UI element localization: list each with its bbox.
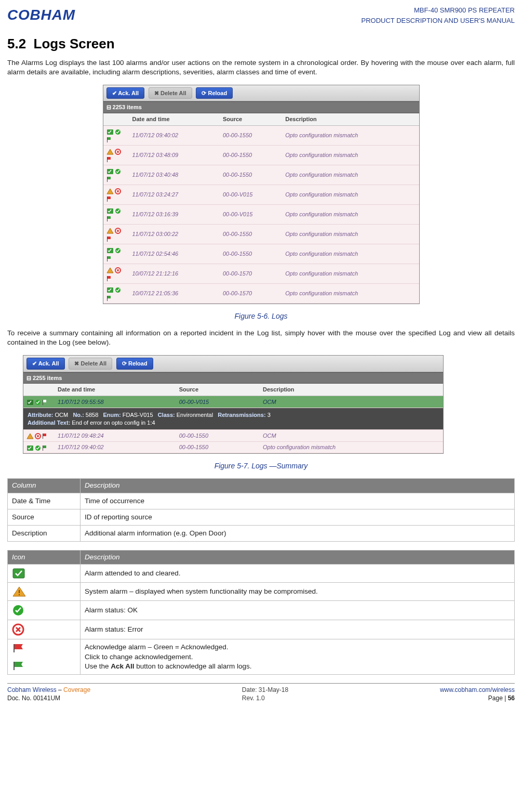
flag-green-icon bbox=[42, 444, 47, 452]
attended-cleared-icon bbox=[106, 167, 114, 175]
ack-all-button[interactable]: ✔ Ack. All bbox=[26, 358, 65, 370]
flag-green-icon bbox=[42, 398, 47, 406]
svg-rect-27 bbox=[43, 434, 43, 439]
flag-green-icon bbox=[106, 254, 112, 262]
status-ok-icon bbox=[35, 444, 41, 452]
flag-green-icon bbox=[106, 294, 112, 302]
status-error-icon bbox=[115, 148, 121, 155]
status-error-icon bbox=[115, 227, 121, 234]
table-row[interactable]: 11/07/12 02:54:4600-00-1550Opto configur… bbox=[103, 244, 419, 264]
svg-rect-17 bbox=[107, 256, 108, 261]
status-error-icon bbox=[115, 187, 121, 195]
flag-red-icon bbox=[106, 155, 112, 163]
system-alarm-icon bbox=[106, 148, 114, 155]
footer-page-number: 56 bbox=[508, 695, 515, 702]
figure-2-wrap: ✔ Ack. All ✖ Delete All ⟳ Reload ⊟ 2255 … bbox=[23, 355, 515, 454]
doc-title-line2: PRODUCT DESCRIPTION AND USER'S MANUAL bbox=[361, 16, 515, 26]
table-row: Alarm status: Error bbox=[8, 620, 515, 639]
reload-button[interactable]: ⟳ Reload bbox=[116, 358, 153, 370]
col-source-2: Source bbox=[176, 384, 260, 396]
table-row[interactable]: 10/07/12 21:12:1600-00-1570Opto configur… bbox=[103, 264, 419, 284]
table-row[interactable]: 11/07/12 09:48:2400-00-1550OCM bbox=[23, 430, 443, 442]
reload-button[interactable]: ⟳ Reload bbox=[196, 87, 233, 99]
flag-red-icon bbox=[106, 234, 112, 242]
table-row[interactable]: 11/07/12 03:16:3900-00-V015Opto configur… bbox=[103, 205, 419, 225]
screenshot-logs-summary: ✔ Ack. All ✖ Delete All ⟳ Reload ⊟ 2255 … bbox=[23, 355, 444, 454]
section-paragraph-1: The Alarms Log displays the last 100 ala… bbox=[7, 58, 515, 77]
table-row: Alarm status: OK bbox=[8, 601, 515, 620]
svg-rect-22 bbox=[107, 296, 108, 301]
svg-rect-25 bbox=[43, 400, 43, 405]
col-description: Description bbox=[282, 113, 419, 125]
footer-coverage: Coverage bbox=[63, 686, 90, 693]
header-column: Column bbox=[8, 479, 81, 493]
system-alarm-icon bbox=[106, 227, 114, 234]
item-count-bar: ⊟ 2253 items bbox=[103, 101, 419, 113]
table-row[interactable]: 10/07/12 21:05:3600-00-1570Opto configur… bbox=[103, 284, 419, 304]
status-ok-icon bbox=[115, 167, 121, 175]
delete-all-button[interactable]: ✖ Delete All bbox=[69, 358, 112, 370]
detail-tooltip-row: Attribute: OCM No.: 5858 Enum: FDAS-V015… bbox=[23, 408, 443, 430]
table-header-row: Column Description bbox=[8, 479, 515, 493]
system-alarm-icon bbox=[106, 187, 114, 195]
status-ok-icon bbox=[35, 398, 41, 406]
attended-cleared-icon bbox=[26, 444, 34, 452]
col-source: Source bbox=[220, 113, 282, 125]
header-description: Description bbox=[81, 551, 515, 565]
attended-cleared-icon bbox=[106, 286, 114, 294]
flag-red-icon bbox=[12, 643, 25, 653]
flag-green-icon bbox=[12, 661, 25, 671]
screenshot-toolbar: ✔ Ack. All ✖ Delete All ⟳ Reload bbox=[103, 85, 419, 102]
brand-logo: COBHAM bbox=[7, 5, 75, 25]
footer-docno: Doc. No. 00141UM bbox=[7, 695, 60, 702]
footer-left: Cobham Wireless – Coverage Doc. No. 0014… bbox=[7, 686, 90, 702]
col-description-2: Description bbox=[260, 384, 443, 396]
icon-description-table: Icon Description Alarm attended to and c… bbox=[7, 550, 515, 675]
system-alarm-icon bbox=[106, 266, 114, 274]
footer-date: Date: 31-May-18 bbox=[242, 686, 288, 693]
section-number: 5.2 bbox=[7, 36, 26, 51]
table-row-selected[interactable]: 11/07/12 09:55:58 00-00-V015 OCM bbox=[23, 396, 443, 408]
attended-cleared-icon bbox=[26, 398, 34, 406]
footer-link[interactable]: www.cobham.com/wireless bbox=[440, 686, 515, 693]
svg-rect-30 bbox=[43, 446, 43, 451]
flag-red-icon bbox=[106, 195, 112, 203]
svg-rect-12 bbox=[107, 216, 108, 221]
svg-rect-33 bbox=[19, 594, 20, 595]
section-paragraph-2: To receive a summary containing all info… bbox=[7, 329, 515, 347]
attended-cleared-icon bbox=[12, 568, 26, 579]
table-row[interactable]: 11/07/12 09:40:0200-00-1550Opto configur… bbox=[23, 441, 443, 453]
table-row: SourceID of reporting source bbox=[8, 509, 515, 525]
column-description-table: Column Description Date & TimeTime of oc… bbox=[7, 478, 515, 542]
log-table-2: Date and time Source Description 11/07/1… bbox=[23, 384, 443, 453]
section-title: Logs Screen bbox=[34, 36, 115, 51]
attended-cleared-icon bbox=[106, 128, 114, 136]
system-alarm-icon bbox=[26, 432, 34, 440]
ack-desc-line2: Click to change acknowledgement. bbox=[85, 652, 510, 662]
screenshot2-toolbar: ✔ Ack. All ✖ Delete All ⟳ Reload bbox=[23, 356, 443, 372]
log-table-2-header: Date and time Source Description bbox=[23, 384, 443, 396]
section-heading: 5.2 Logs Screen bbox=[7, 35, 515, 53]
ack-desc-line3: Use the Ack All button to acknowledge al… bbox=[85, 662, 510, 671]
delete-all-button[interactable]: ✖ Delete All bbox=[149, 87, 192, 99]
svg-rect-2 bbox=[107, 137, 108, 142]
screenshot-logs: ✔ Ack. All ✖ Delete All ⟳ Reload ⊟ 2253 … bbox=[103, 85, 420, 305]
table-row[interactable]: 11/07/12 03:00:2200-00-1550Opto configur… bbox=[103, 225, 419, 244]
table-row: System alarm – displayed when system fun… bbox=[8, 583, 515, 601]
svg-rect-4 bbox=[107, 157, 108, 162]
ack-all-button[interactable]: ✔ Ack. All bbox=[106, 87, 145, 99]
svg-rect-36 bbox=[14, 644, 15, 652]
log-table-header: Date and time Source Description bbox=[103, 113, 419, 125]
table-row[interactable]: 11/07/12 03:24:2700-00-V015Opto configur… bbox=[103, 185, 419, 205]
table-row[interactable]: 11/07/12 09:40:0200-00-1550Opto configur… bbox=[103, 126, 419, 146]
header-description: Description bbox=[81, 479, 515, 493]
status-error-icon bbox=[12, 623, 24, 636]
status-ok-icon bbox=[115, 246, 121, 254]
status-ok-icon bbox=[115, 128, 121, 136]
table-header-row: Icon Description bbox=[8, 551, 515, 565]
flag-red-icon bbox=[42, 432, 47, 440]
figure-1-wrap: ✔ Ack. All ✖ Delete All ⟳ Reload ⊟ 2253 … bbox=[7, 85, 515, 305]
table-row[interactable]: 11/07/12 03:40:4800-00-1550Opto configur… bbox=[103, 165, 419, 185]
attended-cleared-icon bbox=[106, 207, 114, 215]
table-row[interactable]: 11/07/12 03:48:0900-00-1550Opto configur… bbox=[103, 146, 419, 165]
